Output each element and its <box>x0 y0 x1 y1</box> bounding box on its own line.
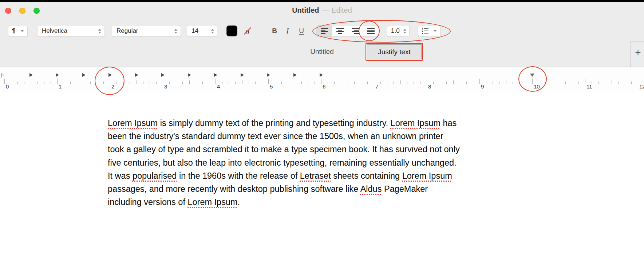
text-line[interactable]: including versions of Lorem Ipsum. <box>108 195 460 209</box>
text-color-well[interactable] <box>226 25 237 36</box>
font-size-select[interactable]: 14 <box>187 25 217 37</box>
tab-stop-marker[interactable] <box>108 73 112 77</box>
ruler-tick <box>4 79 5 84</box>
ruler-tick <box>295 80 295 84</box>
bold-button[interactable]: B <box>269 25 280 37</box>
text-segment: in the 1960s with the release of <box>177 171 300 181</box>
chevron-down-icon <box>21 30 24 32</box>
text-line[interactable]: took a galley of type and scrambled it t… <box>108 143 460 156</box>
right-margin-marker[interactable] <box>530 74 534 77</box>
ruler-tick <box>249 82 249 84</box>
ruler-tick <box>24 82 24 84</box>
ruler-tick <box>400 80 401 84</box>
text-line[interactable]: Lorem Ipsum is simply dummy text of the … <box>108 116 460 130</box>
ruler-tick <box>407 82 407 84</box>
ruler-tick <box>182 82 183 84</box>
ruler-tick <box>130 82 130 84</box>
ruler-tick <box>545 82 546 84</box>
text-segment: took a galley of type and scrambled it t… <box>108 145 460 154</box>
tab-stop-marker[interactable] <box>241 73 244 77</box>
ruler-tick <box>394 82 394 84</box>
tab-stop-marker[interactable] <box>161 73 165 77</box>
align-right-button[interactable] <box>348 25 363 36</box>
text-segment: has <box>440 118 457 128</box>
ruler-number: 5 <box>270 83 273 90</box>
ruler-tick <box>460 82 460 84</box>
ruler-tick <box>625 82 625 84</box>
ruler-tick <box>321 79 321 84</box>
clear-text-color-button[interactable]: a <box>242 25 253 37</box>
ruler-tick <box>506 80 506 84</box>
italic-button[interactable]: I <box>283 25 292 37</box>
misspelled-word: popularised <box>133 171 177 181</box>
bullet-list-icon <box>422 28 428 34</box>
align-center-button[interactable] <box>332 25 348 36</box>
ruler-tick <box>11 82 11 84</box>
ruler-tick <box>315 82 315 84</box>
document-title: Untitled <box>292 6 319 14</box>
ruler-tick <box>255 82 256 84</box>
ruler-tick <box>631 82 632 84</box>
ruler[interactable]: 0123456789101112 <box>0 67 644 92</box>
text-segment: PageMaker <box>382 184 428 194</box>
ruler-tick <box>387 82 387 84</box>
list-style-button[interactable] <box>418 25 440 37</box>
tab-stop-marker[interactable] <box>29 73 33 77</box>
ruler-tick <box>572 82 572 84</box>
font-family-select[interactable]: Helvetica <box>37 25 105 37</box>
left-margin-marker[interactable] <box>1 73 4 78</box>
ruler-tick <box>493 82 493 84</box>
new-tab-button[interactable]: + <box>632 45 644 60</box>
tab-untitled[interactable]: Untitled <box>0 48 644 56</box>
ruler-tick <box>308 82 308 84</box>
ruler-tick <box>453 80 454 84</box>
ruler-tick <box>374 79 374 84</box>
tabbar-divider <box>630 41 631 67</box>
chevron-up-down-icon <box>98 29 101 33</box>
font-style-select[interactable]: Regular <box>112 25 181 37</box>
ruler-number: 4 <box>217 83 220 90</box>
tab-stop-marker[interactable] <box>82 73 86 77</box>
ruler-tick <box>163 79 163 84</box>
ruler-tick <box>612 80 612 84</box>
font-size-value: 14 <box>191 27 198 35</box>
justify-tooltip: Justify text <box>367 44 422 59</box>
ruler-number: 3 <box>164 83 167 90</box>
text-segment: It was <box>108 171 133 181</box>
ruler-tick <box>44 82 44 84</box>
ruler-tick <box>618 82 619 84</box>
ruler-tick <box>427 79 427 84</box>
ruler-tick <box>367 82 368 84</box>
line-spacing-select[interactable]: 1.0 <box>387 25 410 37</box>
text-line[interactable]: five centuries, but also the leap into e… <box>108 156 460 169</box>
tab-stop-marker[interactable] <box>267 73 270 77</box>
ruler-tick <box>552 82 552 84</box>
tab-stop-marker[interactable] <box>188 73 191 77</box>
text-line[interactable]: been the industry's standard dummy text … <box>108 130 460 143</box>
tab-stop-marker[interactable] <box>320 73 323 77</box>
ruler-tick <box>176 82 176 84</box>
line-spacing-value: 1.0 <box>391 27 400 35</box>
chevron-up-down-icon <box>211 29 214 33</box>
align-left-button[interactable] <box>317 25 332 36</box>
underline-button[interactable]: U <box>296 25 307 37</box>
tab-stop-marker[interactable] <box>214 73 217 77</box>
ruler-tick <box>51 82 51 84</box>
text-line[interactable]: passages, and more recently with desktop… <box>108 182 460 195</box>
ruler-tick <box>222 82 222 84</box>
tab-stop-marker[interactable] <box>135 73 138 77</box>
text-line[interactable]: It was popularised in the 1960s with the… <box>108 169 460 182</box>
paragraph-styles-button[interactable]: ¶ <box>8 25 28 37</box>
justify-icon <box>367 28 375 34</box>
ruler-number: 9 <box>481 83 484 90</box>
ruler-tick <box>202 82 203 84</box>
ruler-tick <box>281 82 282 84</box>
ruler-tick <box>473 82 473 84</box>
tab-stop-marker[interactable] <box>56 73 59 77</box>
ruler-tick <box>585 79 585 84</box>
tab-stop-marker[interactable] <box>293 73 297 77</box>
ruler-number: 12 <box>639 83 644 90</box>
ruler-tick <box>341 82 341 84</box>
chevron-up-down-icon <box>174 29 177 33</box>
justify-button[interactable] <box>363 25 379 36</box>
